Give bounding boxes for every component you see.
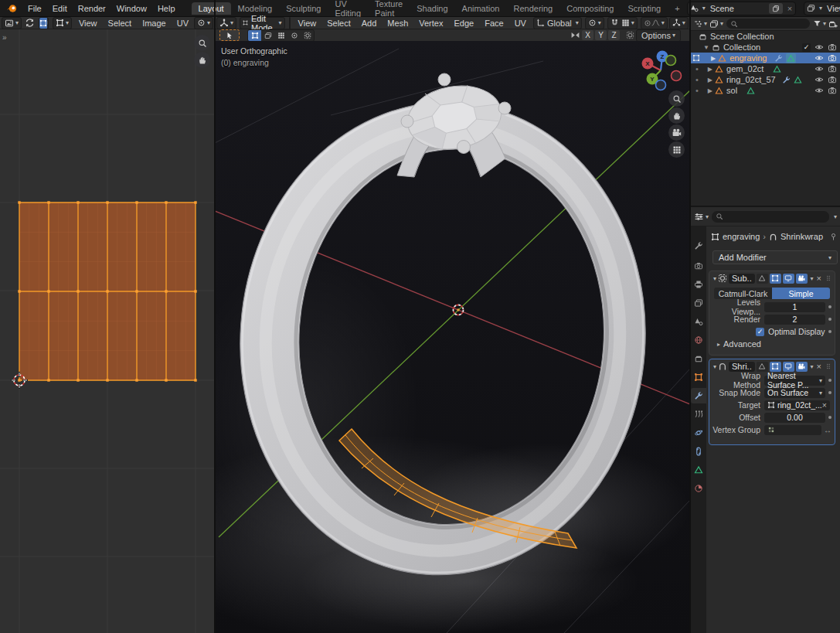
levels-render-field[interactable]: 2	[764, 315, 825, 325]
region-border-left[interactable]	[214, 0, 216, 633]
hide-icon[interactable]	[814, 75, 824, 84]
tab-world[interactable]	[691, 332, 706, 348]
gizmo-x-neg-axis[interactable]	[672, 71, 682, 81]
gizmo-y-neg-axis[interactable]	[666, 56, 676, 66]
tab-constraints[interactable]	[691, 444, 706, 459]
shrink-on-cage-toggle[interactable]	[757, 362, 768, 372]
collection-hide-icon[interactable]	[814, 43, 824, 52]
vertex-group-field[interactable]	[764, 425, 821, 435]
tab-rendering[interactable]: Rendering	[506, 2, 559, 15]
pivot-point-selector[interactable]: ▾	[585, 17, 604, 29]
transform-orientation-selector[interactable]: Global ▾	[533, 17, 582, 29]
render-visibility-icon[interactable]	[828, 75, 837, 84]
shrink-edit-mode-toggle[interactable]	[770, 362, 781, 372]
uv-sync-selection-toggle[interactable]	[25, 18, 35, 28]
tab-layout[interactable]: Layout	[192, 2, 231, 15]
tab-scene[interactable]	[691, 314, 706, 329]
toolbar-expand-arrow[interactable]: »	[2, 33, 7, 42]
unlink-scene-button[interactable]: ×	[784, 4, 795, 13]
menu-help[interactable]: Help	[152, 2, 181, 15]
subdiv-delete-button[interactable]: ×	[815, 274, 823, 283]
shrink-name-field[interactable]: Shri..	[729, 362, 755, 372]
shrink-collapse-arrow[interactable]: ▾	[713, 363, 716, 370]
shrink-delete-button[interactable]: ×	[815, 362, 823, 371]
mirror-z-toggle[interactable]: Z	[608, 30, 620, 40]
vp-menu-uv[interactable]: UV	[509, 17, 532, 29]
uv-select-vertex-button[interactable]	[39, 18, 47, 29]
snap-toggle-group[interactable]: ▾	[607, 17, 638, 29]
select-mode-extend-button[interactable]	[261, 30, 274, 41]
gem-expand-arrow[interactable]: ▶	[708, 66, 712, 73]
tab-sculpting[interactable]: Sculpting	[279, 2, 328, 15]
outliner-search-input[interactable]	[726, 19, 810, 29]
options-dropdown[interactable]: Options▾	[636, 29, 681, 42]
offset-keyframe-dot[interactable]	[828, 416, 831, 419]
shrink-extras-dropdown[interactable]: ▾	[811, 363, 814, 370]
breadcrumb-object[interactable]: engraving	[723, 232, 760, 241]
optimal-keyframe-dot[interactable]	[828, 330, 831, 333]
uv-menu-select[interactable]: Select	[103, 17, 138, 29]
snap-corner-icon[interactable]	[626, 31, 634, 39]
show-gizmos-selector[interactable]: ▾	[669, 17, 689, 29]
new-collection-button[interactable]	[828, 19, 838, 29]
menu-file[interactable]: File	[22, 2, 47, 15]
subdiv-on-cage-toggle[interactable]	[757, 274, 768, 284]
tab-modeling[interactable]: Modeling	[231, 2, 280, 15]
subdiv-render-toggle[interactable]	[796, 274, 808, 284]
blender-logo-icon[interactable]	[6, 2, 18, 14]
uv-editor-canvas[interactable]: »	[0, 29, 215, 633]
region-border-right[interactable]	[689, 0, 691, 633]
collection-render-icon[interactable]	[828, 43, 837, 52]
select-mode-subtract-button[interactable]	[274, 30, 287, 41]
tab-animation[interactable]: Animation	[455, 2, 507, 15]
shrink-drag-handle[interactable]	[825, 362, 832, 370]
uv-island-selected-faces[interactable]	[18, 201, 196, 381]
optimal-display-checkbox[interactable]: ✓	[756, 328, 764, 336]
subdiv-drag-handle[interactable]	[825, 274, 832, 282]
render-visibility-icon[interactable]	[828, 53, 837, 63]
breadcrumb-modifier[interactable]: Shrinkwrap	[780, 232, 823, 241]
vp-menu-edge[interactable]: Edge	[448, 17, 479, 29]
vp-zoom-button[interactable]	[668, 90, 685, 107]
vp-menu-view[interactable]: View	[293, 17, 322, 29]
select-mode-intersect-button[interactable]	[301, 30, 314, 41]
tab-material[interactable]	[691, 481, 706, 496]
levels-viewport-field[interactable]: 1	[764, 302, 825, 312]
tab-output[interactable]	[691, 277, 706, 292]
scene-selector[interactable]: ▾ Scene ×	[687, 2, 796, 15]
select-mode-invert-button[interactable]	[287, 30, 301, 41]
shrink-realtime-toggle[interactable]	[783, 362, 794, 372]
tab-collection[interactable]	[691, 351, 706, 366]
tab-modifiers[interactable]	[691, 388, 706, 403]
outliner-row-collection[interactable]: ▼ Collection ✓	[691, 42, 840, 53]
uv-sticky-selection-selector[interactable]: ▾	[53, 17, 72, 29]
collection-checkbox[interactable]: ✓	[802, 43, 811, 52]
tab-render[interactable]	[691, 258, 706, 274]
vp-menu-face[interactable]: Face	[479, 17, 508, 29]
tab-scripting[interactable]: Scripting	[621, 2, 668, 15]
target-clear-button[interactable]: ×	[822, 400, 827, 410]
snap-mode-dropdown[interactable]: On Surface▾	[764, 388, 825, 398]
properties-search-input[interactable]	[712, 211, 829, 223]
snap-keyframe-dot[interactable]	[828, 391, 831, 394]
tab-particles[interactable]	[691, 407, 706, 422]
subdiv-collapse-arrow[interactable]: ▾	[713, 275, 716, 282]
tab-tool[interactable]	[691, 238, 706, 254]
outliner-type-selector[interactable]: ▾	[693, 19, 707, 29]
vp-menu-mesh[interactable]: Mesh	[382, 17, 413, 29]
pin-icon[interactable]	[829, 233, 838, 241]
editor-type-selector[interactable]: ▾	[2, 17, 22, 29]
uv-pivot-selector[interactable]: ▾	[194, 17, 213, 29]
viewport-canvas[interactable]: X Y Z User Orthographic (0) engraving	[215, 41, 690, 633]
mirror-x-toggle[interactable]: X	[582, 30, 593, 40]
uv-select-edge-button[interactable]	[47, 18, 49, 29]
outliner-display-mode-selector[interactable]: ▾	[709, 19, 723, 29]
vp-menu-select[interactable]: Select	[321, 17, 356, 29]
tab-physics[interactable]	[691, 425, 706, 441]
vp-camera-view-button[interactable]	[668, 124, 685, 141]
uv-pan-button[interactable]	[194, 52, 210, 68]
tab-object[interactable]	[691, 369, 706, 385]
tab-compositing[interactable]: Compositing	[559, 2, 621, 15]
vp-menu-vertex[interactable]: Vertex	[413, 17, 448, 29]
subdiv-extras-dropdown[interactable]: ▾	[811, 275, 814, 282]
